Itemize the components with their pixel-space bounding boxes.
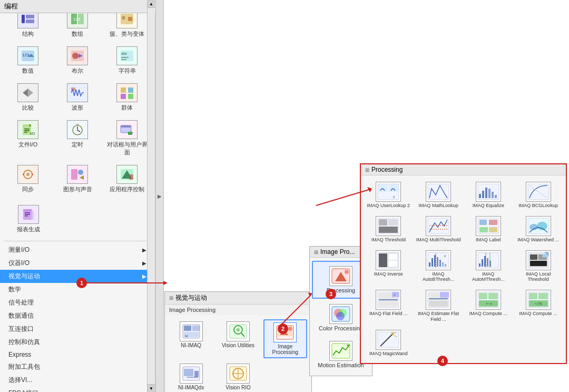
proc-inverse[interactable]: IMAQ Inverse bbox=[365, 248, 412, 285]
vision-rio-label: Vision RIO bbox=[225, 385, 251, 390]
svg-rect-8 bbox=[128, 17, 132, 21]
proc-userlookup2[interactable]: 2 IMAQ UserLookup 2 bbox=[365, 180, 412, 211]
icon-string[interactable]: abc 字符串 bbox=[103, 43, 151, 78]
processing-panel: ⊞ Processing 2 IMAQ UserLookup 2 bbox=[360, 163, 567, 364]
badge-4: 4 bbox=[437, 356, 448, 366]
svg-rect-57 bbox=[184, 326, 191, 331]
menu-connect[interactable]: 互连接口 bbox=[0, 322, 155, 336]
center-panel-title: ⊞ 视觉与运动 bbox=[165, 292, 311, 305]
menu-instrument-io[interactable]: 仪器I/O ▶ bbox=[0, 257, 155, 270]
imgproc-title-text: Image Pro... bbox=[320, 248, 355, 256]
icon-app[interactable]: 应用程序控制 bbox=[103, 162, 151, 197]
menu-express[interactable]: Express bbox=[0, 349, 155, 360]
svg-text:簇: 簇 bbox=[122, 16, 125, 20]
svg-marker-40 bbox=[131, 132, 133, 135]
report-label: 报表生成 bbox=[17, 226, 40, 233]
proc-automthresh[interactable]: IMAQ AutoMThresh... bbox=[465, 248, 512, 285]
svg-point-68 bbox=[288, 327, 292, 331]
icon-num[interactable]: 123 数值 bbox=[4, 43, 52, 78]
svg-rect-155 bbox=[479, 293, 487, 299]
svg-rect-116 bbox=[379, 253, 387, 267]
icon-ni-imaqdx[interactable]: NI-IMAQdx bbox=[169, 361, 213, 392]
svg-rect-0 bbox=[22, 15, 25, 23]
menu-fpga[interactable]: FPGA接口 bbox=[0, 387, 155, 392]
menu-select-vi[interactable]: 选择VI... bbox=[0, 374, 155, 387]
svg-rect-94 bbox=[485, 188, 487, 198]
proc-magic-wand[interactable]: IMAQ MagicWand bbox=[365, 328, 412, 359]
icon-bool[interactable]: 布尔 bbox=[54, 43, 101, 78]
array-label: 数组 bbox=[72, 30, 83, 38]
svg-marker-20 bbox=[28, 89, 33, 97]
icon-sound[interactable]: 图形与声音 bbox=[54, 162, 101, 197]
icon-compare[interactable]: ≥ 比较 bbox=[4, 80, 52, 115]
sound-label: 图形与声音 bbox=[63, 185, 92, 193]
icon-dialog[interactable]: 对话框与用户界面 bbox=[103, 117, 151, 160]
bcglookup-label: IMAQ BCGLookup bbox=[518, 203, 558, 209]
local-threshold-label: IMAQ Local Threshold bbox=[516, 271, 561, 283]
icon-vision-utils[interactable]: Vision Utilities bbox=[216, 319, 260, 358]
svg-text:123: 123 bbox=[73, 17, 81, 22]
icon-report[interactable]: 报表生成 bbox=[4, 202, 53, 237]
icon-file[interactable]: I/O 文件I/O bbox=[4, 117, 52, 160]
icon-ni-imaq[interactable]: NI NI-IMAQ bbox=[169, 319, 213, 358]
scroll-up[interactable]: ▲ bbox=[148, 0, 155, 8]
svg-rect-1 bbox=[26, 15, 34, 18]
svg-rect-109 bbox=[489, 220, 497, 225]
svg-rect-70 bbox=[184, 369, 193, 376]
menu-data-comm[interactable]: 数据通信 bbox=[0, 309, 155, 322]
badge-2: 2 bbox=[278, 324, 288, 334]
svg-rect-120 bbox=[429, 262, 430, 267]
threshold-label: IMAQ Threshold bbox=[371, 237, 406, 243]
panel-expand-bar[interactable]: ▶ bbox=[155, 0, 164, 392]
badge-3: 3 bbox=[326, 289, 336, 299]
svg-text:÷√%: ÷√% bbox=[535, 302, 542, 306]
ni-imaqdx-label: NI-IMAQdx bbox=[178, 385, 204, 390]
class-label: 簇、类与变体 bbox=[110, 30, 144, 38]
svg-rect-87 bbox=[378, 184, 388, 192]
proc-autobthresh[interactable]: 2 IMAQ AutoBThresh... bbox=[415, 248, 462, 285]
badge-1: 1 bbox=[76, 278, 87, 288]
equalize-label: IMAQ Equalize bbox=[473, 203, 504, 209]
proc-threshold[interactable]: IMAQ Threshold bbox=[365, 214, 412, 245]
svg-rect-18 bbox=[121, 59, 126, 60]
proc-equalize[interactable]: IMAQ Equalize bbox=[465, 180, 512, 211]
svg-rect-58 bbox=[192, 326, 200, 331]
svg-rect-101 bbox=[379, 219, 387, 226]
menu-signal-proc[interactable]: 信号处理 bbox=[0, 296, 155, 309]
icon-grid: 结构 123 数组 簇 簇、类与变体 bbox=[0, 1, 155, 202]
proc-compute2[interactable]: ÷√% IMAQ Compute ... bbox=[515, 288, 562, 325]
svg-text:+−×: +−× bbox=[486, 302, 492, 306]
menu-arrow: ▶ bbox=[142, 260, 146, 266]
svg-rect-93 bbox=[482, 191, 484, 198]
menu-addon[interactable]: 附加工具包 bbox=[0, 360, 155, 374]
proc-bcglookup[interactable]: IMAQ BCGLookup bbox=[515, 180, 562, 211]
icon-sync[interactable]: 同步 bbox=[4, 162, 52, 197]
proc-mathlookup[interactable]: IMAQ MathLookup bbox=[415, 180, 462, 211]
scroll-down[interactable]: ▼ bbox=[148, 384, 155, 392]
icon-group[interactable]: 群体 bbox=[103, 80, 151, 115]
svg-rect-54 bbox=[25, 215, 28, 217]
menu-measure-io[interactable]: 测量I/O ▶ bbox=[0, 243, 155, 257]
proc-local-threshold[interactable]: IMAQ Local Threshold bbox=[515, 248, 562, 285]
userlookup2-label: IMAQ UserLookup 2 bbox=[367, 203, 410, 209]
icon-wave[interactable]: 波形 bbox=[54, 80, 101, 115]
proc-watershed[interactable]: IMAQ Watershed ... bbox=[515, 214, 562, 245]
compare-label: 比较 bbox=[22, 104, 34, 112]
svg-marker-47 bbox=[80, 175, 84, 180]
estimate-flat-field-label: IMAQ Estimate Flat Field ... bbox=[416, 311, 461, 322]
proc-flat-field[interactable]: ✓ IMAQ Flat Field ... bbox=[365, 288, 412, 325]
left-panel-title: 编程 ▶ bbox=[0, 0, 155, 13]
left-scrollbar: ▲ ▼ bbox=[147, 0, 155, 392]
proc-label[interactable]: IMAQ Label bbox=[465, 214, 512, 245]
svg-rect-121 bbox=[431, 258, 433, 267]
svg-rect-126 bbox=[445, 264, 446, 267]
icon-timer[interactable]: 定时 bbox=[54, 117, 101, 160]
proc-estimate-flat-field[interactable]: IMAQ Estimate Flat Field ... bbox=[415, 288, 462, 325]
proc-multithreshold[interactable]: IMAQ MultiThreshold bbox=[415, 214, 462, 245]
proc-compute1[interactable]: +−× IMAQ Compute ... bbox=[465, 288, 512, 325]
menu-control-sim[interactable]: 控制和仿真 bbox=[0, 336, 155, 349]
section-title: Image Processing bbox=[165, 305, 311, 315]
icon-vision-rio[interactable]: Vision RIO bbox=[216, 361, 260, 392]
menu-arrow: ▶ bbox=[142, 273, 146, 279]
svg-rect-52 bbox=[25, 212, 30, 213]
